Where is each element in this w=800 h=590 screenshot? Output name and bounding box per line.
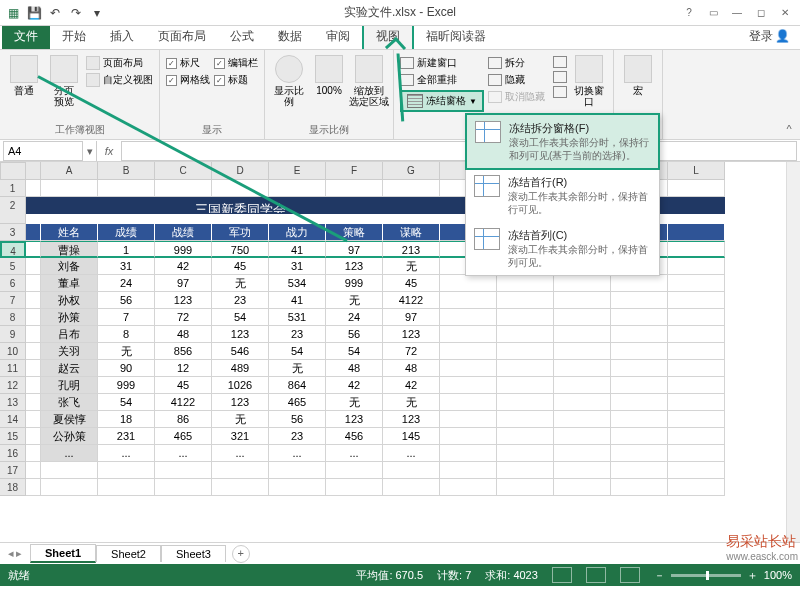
cell[interactable]: 97 xyxy=(326,241,383,258)
normal-view-button[interactable]: 普通 xyxy=(6,53,42,122)
select-all-corner[interactable] xyxy=(0,162,26,180)
cell[interactable] xyxy=(26,224,41,241)
cell[interactable]: 曹操 xyxy=(41,241,98,258)
tab-pagelayout[interactable]: 页面布局 xyxy=(146,24,218,49)
cell[interactable] xyxy=(26,180,41,197)
cell[interactable]: 夏侯惇 xyxy=(41,411,98,428)
cell[interactable]: ... xyxy=(155,445,212,462)
column-header[interactable]: B xyxy=(98,162,155,180)
cell[interactable]: 54 xyxy=(98,394,155,411)
row-header[interactable]: 4 xyxy=(0,241,26,258)
cell[interactable] xyxy=(26,309,41,326)
cell[interactable] xyxy=(26,292,41,309)
cell[interactable] xyxy=(668,428,725,445)
cell[interactable]: 54 xyxy=(212,309,269,326)
tab-insert[interactable]: 插入 xyxy=(98,24,146,49)
cell[interactable]: 孙策 xyxy=(41,309,98,326)
minimize-icon[interactable]: ― xyxy=(726,3,748,23)
cell[interactable] xyxy=(554,445,611,462)
column-header[interactable]: L xyxy=(668,162,725,180)
cell[interactable] xyxy=(497,275,554,292)
cell[interactable]: 489 xyxy=(212,360,269,377)
spreadsheet-grid[interactable]: ABCDEFGHIJKL 123456789101112131415161718… xyxy=(0,162,800,542)
cell[interactable] xyxy=(497,360,554,377)
cell[interactable]: 吕布 xyxy=(41,326,98,343)
cell[interactable] xyxy=(440,394,497,411)
cell[interactable] xyxy=(668,197,725,214)
cell[interactable] xyxy=(611,377,668,394)
cell[interactable]: 864 xyxy=(269,377,326,394)
cell[interactable] xyxy=(668,309,725,326)
help-icon[interactable]: ? xyxy=(678,3,700,23)
cell[interactable]: ... xyxy=(269,445,326,462)
cell[interactable] xyxy=(440,479,497,496)
zoom-selection-button[interactable]: 缩放到 选定区域 xyxy=(351,53,387,122)
customviews-button[interactable]: 自定义视图 xyxy=(86,73,153,87)
column-header[interactable]: E xyxy=(269,162,326,180)
tab-formulas[interactable]: 公式 xyxy=(218,24,266,49)
view-pagebreak-icon[interactable] xyxy=(620,567,640,583)
cell[interactable] xyxy=(554,394,611,411)
cell[interactable] xyxy=(668,360,725,377)
fx-button[interactable]: fx xyxy=(97,145,121,157)
cell[interactable]: 41 xyxy=(269,292,326,309)
view-pagelayout-icon[interactable] xyxy=(586,567,606,583)
tab-file[interactable]: 文件 xyxy=(2,24,50,49)
cell[interactable]: 465 xyxy=(155,428,212,445)
cell[interactable]: 公孙策 xyxy=(41,428,98,445)
row-header[interactable]: 13 xyxy=(0,394,26,411)
freeze-top-row-item[interactable]: 冻结首行(R)滚动工作表其余部分时，保持首行可见。 xyxy=(466,169,659,222)
close-icon[interactable]: ✕ xyxy=(774,3,796,23)
cell[interactable]: 56 xyxy=(269,411,326,428)
cell[interactable]: 12 xyxy=(155,360,212,377)
cell[interactable] xyxy=(26,343,41,360)
cell[interactable]: 97 xyxy=(383,309,440,326)
cell[interactable] xyxy=(497,462,554,479)
cell[interactable]: 999 xyxy=(155,241,212,258)
row-header[interactable]: 11 xyxy=(0,360,26,377)
cell[interactable] xyxy=(554,377,611,394)
cell[interactable] xyxy=(98,180,155,197)
cell[interactable]: 无 xyxy=(326,292,383,309)
zoom100-button[interactable]: 100% xyxy=(311,53,347,122)
cell[interactable]: 123 xyxy=(383,326,440,343)
tab-review[interactable]: 审阅 xyxy=(314,24,362,49)
cell[interactable] xyxy=(497,309,554,326)
row-header[interactable]: 8 xyxy=(0,309,26,326)
ribbon-options-icon[interactable]: ▭ xyxy=(702,3,724,23)
cell[interactable] xyxy=(497,411,554,428)
split-button[interactable]: 拆分 xyxy=(488,56,545,70)
sheet-tab-2[interactable]: Sheet2 xyxy=(96,545,161,562)
cell[interactable]: ... xyxy=(383,445,440,462)
cell[interactable] xyxy=(212,479,269,496)
cell[interactable] xyxy=(668,241,725,258)
cell[interactable] xyxy=(26,462,41,479)
cell[interactable]: 24 xyxy=(98,275,155,292)
cell[interactable]: 7 xyxy=(98,309,155,326)
pagelayout-button[interactable]: 页面布局 xyxy=(86,56,153,70)
cell[interactable]: 24 xyxy=(326,309,383,326)
freeze-first-col-item[interactable]: 冻结首列(C)滚动工作表其余部分时，保持首列可见。 xyxy=(466,222,659,275)
cell[interactable]: ... xyxy=(326,445,383,462)
cell[interactable] xyxy=(41,479,98,496)
cell[interactable] xyxy=(26,428,41,445)
cell[interactable]: 123 xyxy=(326,411,383,428)
cell[interactable]: 无 xyxy=(212,411,269,428)
freeze-panes-button[interactable]: 冻结窗格▼ xyxy=(400,90,484,112)
cell[interactable] xyxy=(497,292,554,309)
formulabar-checkbox[interactable]: ✓编辑栏 xyxy=(214,56,258,70)
cell[interactable] xyxy=(98,479,155,496)
cell[interactable]: 31 xyxy=(98,258,155,275)
cell[interactable]: 23 xyxy=(269,326,326,343)
cell[interactable]: 无 xyxy=(326,394,383,411)
cell[interactable]: 刘备 xyxy=(41,258,98,275)
cell[interactable] xyxy=(26,377,41,394)
cell[interactable] xyxy=(497,326,554,343)
cell[interactable]: 成绩 xyxy=(98,224,155,241)
cell[interactable] xyxy=(26,479,41,496)
cell[interactable] xyxy=(611,445,668,462)
cell[interactable] xyxy=(611,309,668,326)
cell[interactable]: 123 xyxy=(212,326,269,343)
headings-checkbox[interactable]: ✓标题 xyxy=(214,73,258,87)
row-header[interactable]: 6 xyxy=(0,275,26,292)
